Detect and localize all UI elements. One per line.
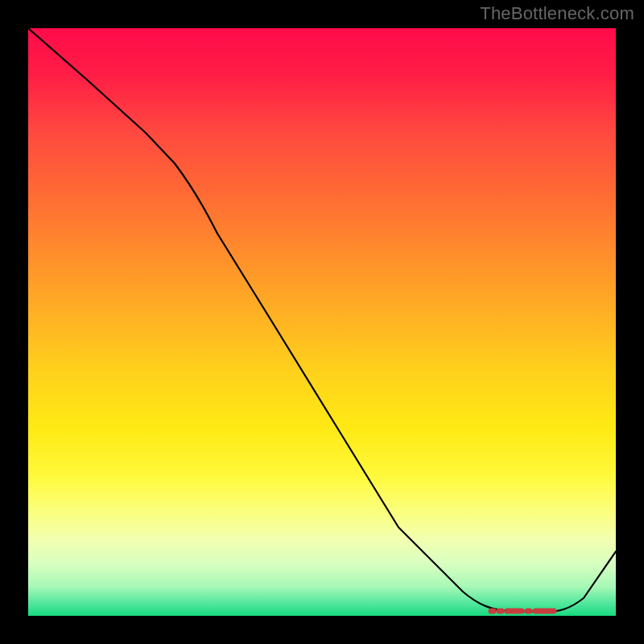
chart-frame: TheBottleneck.com	[0, 0, 644, 644]
attribution-text: TheBottleneck.com	[480, 3, 634, 24]
plot-area	[28, 28, 616, 616]
bottleneck-curve	[28, 28, 616, 612]
chart-svg	[28, 28, 616, 616]
